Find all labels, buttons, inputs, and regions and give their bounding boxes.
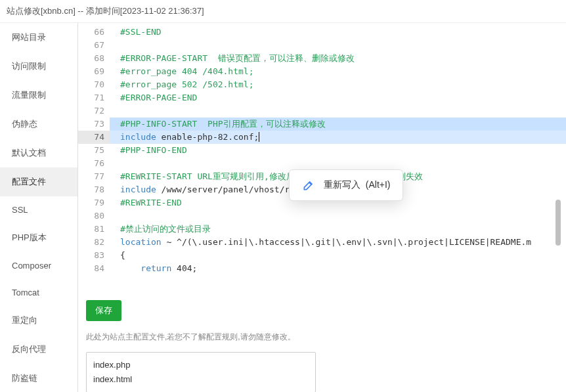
code-line[interactable]: #ERROR-PAGE-END	[120, 91, 566, 104]
line-number: 72	[78, 104, 104, 118]
sidebar-item-12[interactable]: 防盗链	[0, 364, 77, 392]
line-gutter: 66676869707172737475767778798081828384	[78, 23, 110, 275]
sidebar-item-2[interactable]: 流量限制	[0, 81, 77, 110]
code-line[interactable]	[120, 209, 566, 223]
code-line[interactable]: #error_page 502 /502.html;	[120, 78, 566, 91]
sidebar-item-6[interactable]: SSL	[0, 196, 77, 223]
window-title: 站点修改[xbnb.cn] -- 添加时间[2023-11-02 21:36:3…	[0, 0, 566, 23]
code-line[interactable]: location ~ ^/(\.user.ini|\.htaccess|\.gi…	[120, 236, 566, 249]
line-number: 84	[78, 262, 104, 275]
rewrite-tooltip[interactable]: 重新写入 (Alt+I)	[289, 169, 403, 201]
save-button[interactable]: 保存	[86, 300, 121, 321]
content-area: 66676869707172737475767778798081828384 #…	[77, 23, 566, 392]
line-number: 68	[78, 52, 104, 65]
code-line[interactable]: #PHP-INFO-END	[120, 144, 566, 157]
code-line[interactable]: include enable-php-82.conf;	[110, 131, 566, 144]
line-number: 69	[78, 65, 104, 78]
sidebar-item-10[interactable]: 重定向	[0, 306, 77, 335]
default-docs-box[interactable]: index.phpindex.html	[86, 352, 316, 392]
line-number: 75	[78, 144, 104, 157]
default-doc-item: index.php	[93, 358, 309, 372]
line-number: 81	[78, 223, 104, 236]
sidebar-item-5[interactable]: 配置文件	[0, 167, 77, 196]
line-number: 70	[78, 78, 104, 91]
code-line[interactable]: #PHP-INFO-START PHP引用配置，可以注释或修改	[110, 118, 566, 131]
line-number: 73	[78, 118, 104, 131]
sidebar-item-11[interactable]: 反向代理	[0, 335, 77, 364]
sidebar-item-8[interactable]: Composer	[0, 252, 77, 279]
line-number: 67	[78, 39, 104, 52]
editor-footer: 保存 此处为站点主配置文件,若您不了解配置规则,请勿随意修改。 index.ph…	[77, 294, 566, 392]
sidebar-item-7[interactable]: PHP版本	[0, 223, 77, 252]
default-doc-item: index.html	[93, 372, 309, 387]
sidebar: 网站目录访问限制流量限制伪静态默认文档配置文件SSLPHP版本ComposerT…	[0, 23, 77, 392]
scrollbar-thumb[interactable]	[555, 200, 561, 246]
pencil-icon	[301, 178, 316, 192]
code-line[interactable]	[120, 157, 566, 170]
code-line[interactable]	[120, 104, 566, 118]
editor-wrap: 66676869707172737475767778798081828384 #…	[77, 23, 566, 294]
line-number: 83	[78, 249, 104, 262]
sidebar-item-1[interactable]: 访问限制	[0, 52, 77, 81]
line-number: 80	[78, 209, 104, 223]
code-line[interactable]: {	[120, 249, 566, 262]
line-number: 77	[78, 170, 104, 183]
sidebar-item-4[interactable]: 默认文档	[0, 139, 77, 167]
line-number: 66	[78, 26, 104, 39]
code-line[interactable]: #SSL-END	[120, 26, 566, 39]
line-number: 79	[78, 196, 104, 209]
code-editor[interactable]: 66676869707172737475767778798081828384 #…	[78, 23, 566, 294]
sidebar-item-0[interactable]: 网站目录	[0, 23, 77, 52]
line-number: 71	[78, 91, 104, 104]
line-number: 78	[78, 183, 104, 196]
code-line[interactable]	[120, 39, 566, 52]
code-line[interactable]: return 404;	[120, 262, 566, 275]
code-line[interactable]: #ERROR-PAGE-START 错误页配置，可以注释、删除或修改	[120, 52, 566, 65]
line-number: 74	[78, 131, 110, 144]
main-layout: 网站目录访问限制流量限制伪静态默认文档配置文件SSLPHP版本ComposerT…	[0, 23, 566, 392]
code-line[interactable]: #error_page 404 /404.html;	[120, 65, 566, 78]
code-body[interactable]: #SSL-END #ERROR-PAGE-START 错误页配置，可以注释、删除…	[110, 23, 566, 275]
tooltip-text: 重新写入 (Alt+I)	[324, 179, 391, 191]
scrollbar[interactable]	[554, 22, 561, 392]
line-number: 76	[78, 157, 104, 170]
sidebar-item-9[interactable]: Tomcat	[0, 279, 77, 306]
sidebar-item-3[interactable]: 伪静态	[0, 110, 77, 139]
code-line[interactable]: #禁止访问的文件或目录	[120, 223, 566, 236]
config-hint: 此处为站点主配置文件,若您不了解配置规则,请勿随意修改。	[86, 332, 558, 343]
line-number: 82	[78, 236, 104, 249]
